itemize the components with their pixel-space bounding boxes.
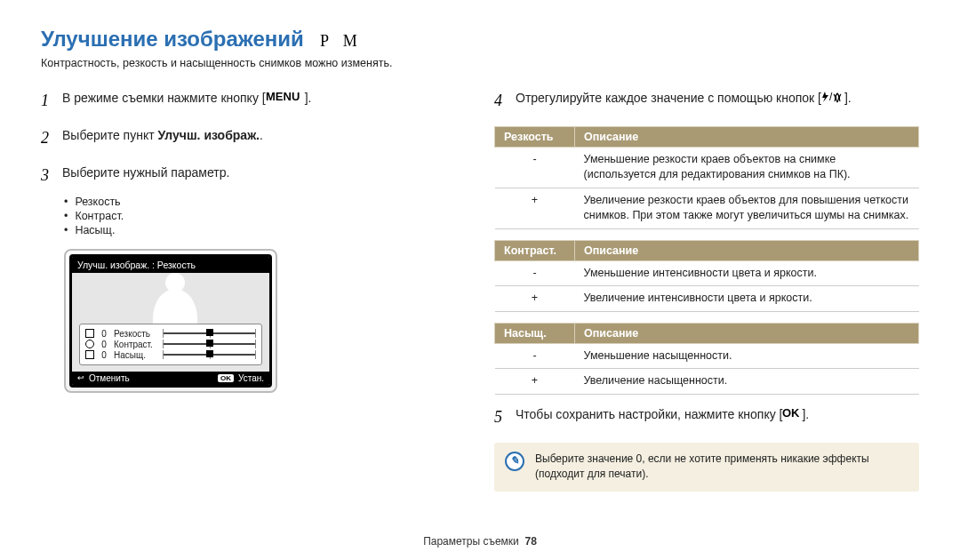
- flash-macro-icon: /: [821, 91, 844, 103]
- info-note: ✎ Выберите значение 0, если не хотите пр…: [494, 443, 919, 492]
- parameter-bullets: Резкость Контраст. Насыщ.: [64, 196, 459, 236]
- title-main: Улучшение изображений: [41, 27, 304, 52]
- svg-text:MENU: MENU: [266, 91, 300, 103]
- step-4: 4 Отрегулируйте каждое значение с помощь…: [494, 89, 919, 114]
- contrast-icon: [85, 340, 94, 348]
- table-contrast: Контраст.Описание -Уменьшение интенсивно…: [494, 240, 919, 312]
- bullet-sharpness: Резкость: [64, 196, 459, 208]
- sliders-panel: 0 Резкость 0 Контраст. 0 Насыщ.: [79, 324, 262, 365]
- menu-icon: MENU: [266, 91, 305, 103]
- back-icon: ↩: [77, 373, 84, 382]
- page-footer: Параметры съемки 78: [0, 535, 960, 548]
- svg-text:OK: OK: [782, 407, 800, 420]
- subtitle: Контрастность, резкость и насыщенность с…: [41, 57, 919, 69]
- lcd-title: Улучш. изображ. : Резкость: [72, 257, 269, 273]
- info-icon: ✎: [505, 452, 524, 471]
- step-5: 5 Чтобы сохранить настройки, нажмите кно…: [494, 405, 919, 430]
- ok-icon: OK: [782, 407, 802, 420]
- table-saturation: Насыщ.Описание -Уменьшение насыщенности.…: [494, 323, 919, 395]
- camera-screen-mock: Улучш. изображ. : Резкость 0 Резкость 0 …: [64, 249, 277, 393]
- svg-text:/: /: [829, 91, 833, 103]
- page-title: Улучшение изображений P M: [41, 27, 919, 52]
- lcd-footer: ↩Отменить OKУстан.: [72, 372, 269, 385]
- bullet-contrast: Контраст.: [64, 210, 459, 222]
- step-3: 3 Выберите нужный параметр.: [41, 164, 459, 188]
- saturation-icon: [85, 350, 94, 359]
- ok-mini-icon: OK: [218, 374, 234, 382]
- table-sharpness: РезкостьОписание -Уменьшение резкости кр…: [494, 126, 919, 229]
- step-1: 1 В режиме съемки нажмите кнопку [MENU].: [41, 89, 459, 114]
- bullet-saturation: Насыщ.: [64, 224, 459, 236]
- title-modes: P M: [320, 32, 363, 51]
- sharpness-icon: [85, 329, 94, 338]
- step-2: 2 Выберите пункт Улучш. изображ..: [41, 126, 459, 151]
